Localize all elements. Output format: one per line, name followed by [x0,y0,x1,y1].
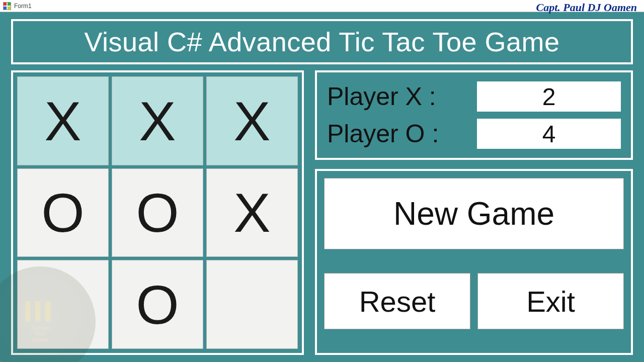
board-cell-0[interactable]: X [17,76,109,165]
player-x-score: 2 [477,81,621,112]
board-cell-8[interactable] [206,260,298,349]
reset-button[interactable]: Reset [324,273,470,329]
author-watermark: Capt. Paul DJ Oamen [536,1,637,14]
player-o-label: Player O : [327,119,468,148]
board-cell-1[interactable]: X [112,76,203,165]
app-icon [3,2,11,10]
page-title: Visual C# Advanced Tic Tac Toe Game [84,26,559,57]
board-cell-3[interactable]: O [17,168,109,257]
board-cell-5[interactable]: X [206,168,298,257]
header-panel: Visual C# Advanced Tic Tac Toe Game [11,19,633,64]
score-row-o: Player O : 4 [327,119,621,149]
board-cell-2[interactable]: X [206,76,298,165]
game-board-panel: X X X O O X O [11,70,304,355]
score-row-x: Player X : 2 [327,81,621,112]
score-panel: Player X : 2 Player O : 4 [315,70,633,160]
new-game-button[interactable]: New Game [324,178,624,249]
game-board: X X X O O X O [17,76,298,349]
window-body: Visual C# Advanced Tic Tac Toe Game X X … [0,12,644,362]
board-cell-6[interactable] [17,260,109,349]
player-o-score: 4 [477,119,621,149]
player-x-label: Player X : [327,82,468,111]
board-cell-7[interactable]: O [112,260,203,349]
button-panel: New Game Reset Exit [315,169,633,355]
exit-button[interactable]: Exit [477,273,624,329]
board-cell-4[interactable]: O [112,168,203,257]
